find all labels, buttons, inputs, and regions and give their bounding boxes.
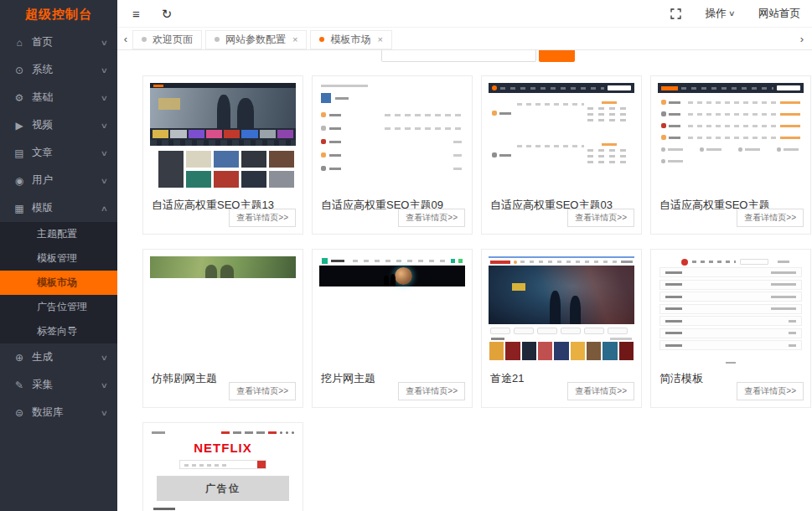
refresh-icon[interactable]: ↻: [162, 8, 173, 20]
view-details-button[interactable]: 查看详情页>>: [398, 209, 465, 227]
play-icon: ▶: [13, 120, 25, 132]
close-icon[interactable]: ×: [292, 35, 297, 44]
sidebar-item-template-manage[interactable]: 模板管理: [0, 246, 117, 271]
tab-scroll-right-icon[interactable]: ›: [795, 33, 809, 45]
document-icon: ▤: [13, 147, 25, 159]
card-title: 首途21: [490, 371, 524, 386]
thumb-list-row: [319, 135, 465, 148]
thumb-list-row: [319, 148, 465, 162]
search-button[interactable]: [539, 50, 575, 62]
card-thumbnail: [489, 83, 634, 190]
close-icon[interactable]: ×: [377, 35, 382, 44]
tab-label: 网站参数配置: [225, 33, 286, 47]
thumb-list-row: [659, 340, 802, 350]
template-card[interactable]: 仿韩剧网主题 查看详情页>>: [142, 249, 303, 408]
pencil-icon: ✎: [13, 379, 25, 391]
thumb-search-box: [179, 460, 266, 469]
sidebar-item-collect[interactable]: ✎ 采集 ∨: [0, 371, 117, 399]
thumb-subtitle: [153, 508, 175, 510]
sidebar-item-template-market[interactable]: 模板市场: [0, 271, 117, 295]
system-icon: ⊙: [13, 65, 25, 76]
sidebar-item-database[interactable]: ⊜ 数据库 ∨: [0, 399, 117, 426]
view-details-button[interactable]: 查看详情页>>: [229, 382, 296, 400]
netflix-logo: NETFLIX: [150, 441, 296, 455]
home-icon: ⌂: [13, 37, 25, 49]
thumb-list-row: [659, 280, 802, 290]
sidebar-item-user[interactable]: ◉ 用户 ∨: [0, 167, 117, 194]
view-details-button[interactable]: 查看详情页>>: [229, 209, 296, 227]
thumb-list-row: [659, 267, 802, 277]
card-title: 仿韩剧网主题: [152, 371, 217, 386]
view-details-button[interactable]: 查看详情页>>: [398, 382, 465, 400]
card-thumbnail: [319, 256, 465, 364]
fullscreen-icon[interactable]: [670, 8, 681, 19]
sidebar-item-video[interactable]: ▶ 视频 ∨: [0, 111, 117, 139]
chevron-down-icon: ∨: [101, 39, 108, 47]
thumb-navbar: [658, 83, 804, 93]
chevron-down-icon: ∨: [101, 94, 108, 102]
view-details-button[interactable]: 查看详情页>>: [737, 209, 804, 227]
sidebar-item-article[interactable]: ▤ 文章 ∨: [0, 139, 117, 167]
thumb-list-row: [659, 304, 802, 314]
thumb-list-row: [319, 121, 465, 135]
gear-icon: ⚙: [13, 92, 25, 104]
site-home-link[interactable]: 网站首页: [758, 7, 800, 21]
database-icon: ⊜: [13, 407, 25, 419]
search-input[interactable]: [381, 50, 536, 62]
thumb-list-row: [319, 162, 465, 175]
actions-dropdown[interactable]: 操作 ∨: [705, 7, 735, 21]
thumb-navbar: [489, 258, 634, 266]
sidebar-item-basic[interactable]: ⚙ 基础 ∨: [0, 84, 117, 111]
sidebar-item-template[interactable]: ▦ 模版 ∧: [0, 194, 117, 222]
sidebar-toggle-icon[interactable]: ≡: [132, 8, 140, 20]
template-card[interactable]: 自适应高权重SEO主题13 查看详情页>>: [142, 75, 303, 235]
tab-dot: [142, 37, 147, 42]
thumb-row: [658, 105, 804, 116]
chevron-down-icon: ∨: [101, 409, 108, 417]
sidebar-item-tag-wizard[interactable]: 标签向导: [0, 319, 117, 343]
thumb-pagination: [658, 353, 804, 364]
sidebar-item-label: 视频: [32, 118, 101, 132]
card-thumbnail: [489, 256, 634, 364]
sidebar-item-ad-slot-manage[interactable]: 广告位管理: [0, 295, 117, 319]
template-card[interactable]: NETFLIX 广告位: [142, 422, 303, 511]
chevron-down-icon: ∨: [101, 177, 108, 185]
tab-site-params[interactable]: 网站参数配置 ×: [205, 30, 307, 49]
template-market-content: 自适应高权重SEO主题13 查看详情页>> 自适应高权重SEO主题09 查看详情…: [117, 50, 812, 511]
view-details-button[interactable]: 查看详情页>>: [567, 209, 634, 227]
template-card[interactable]: 首途21 查看详情页>>: [481, 249, 642, 408]
chevron-down-icon: ∨: [101, 121, 108, 130]
sidebar-item-label: 系统: [32, 63, 101, 77]
view-details-button[interactable]: 查看详情页>>: [567, 382, 634, 400]
tab-template-market[interactable]: 模板市场 ×: [310, 30, 391, 49]
thumb-row: [658, 116, 804, 128]
view-details-button[interactable]: 查看详情页>>: [737, 382, 804, 400]
thumb-row: [658, 93, 804, 105]
tab-welcome[interactable]: 欢迎页面: [132, 30, 202, 49]
thumb-menu-strip: [150, 140, 296, 146]
thumb-photo-banner: [150, 256, 296, 278]
template-card[interactable]: 自适应高权重SEO主题 查看详情页>>: [650, 75, 811, 235]
tab-dot: [319, 37, 324, 42]
thumb-hero-banner: [319, 266, 465, 286]
sidebar-item-label: 生成: [32, 350, 101, 364]
sidebar-item-generate[interactable]: ⊕ 生成 ∨: [0, 343, 117, 371]
sidebar-item-label: 用户: [32, 173, 101, 188]
chevron-up-icon: ∧: [101, 204, 108, 213]
template-card[interactable]: 挖片网主题 查看详情页>>: [312, 249, 473, 408]
thumb-link-columns: [658, 152, 804, 163]
thumb-navbar: [319, 256, 465, 266]
template-card[interactable]: 自适应高权重SEO主题03 查看详情页>>: [481, 75, 642, 235]
template-card[interactable]: 简洁模板 查看详情页>>: [650, 249, 811, 408]
tab-scroll-left-icon[interactable]: ‹: [119, 33, 132, 45]
template-card[interactable]: 自适应高权重SEO主题09 查看详情页>>: [312, 75, 473, 235]
sidebar-item-system[interactable]: ⊙ 系统 ∨: [0, 56, 117, 84]
tab-dot: [215, 37, 220, 42]
sidebar-item-home[interactable]: ⌂ 首页 ∨: [0, 28, 117, 56]
sidebar-item-theme-config[interactable]: 主题配置: [0, 222, 117, 246]
card-title: 简洁模板: [659, 371, 703, 386]
sidebar-item-label: 首页: [32, 35, 101, 49]
template-icon: ▦: [13, 203, 25, 214]
user-icon: ◉: [13, 175, 25, 187]
tab-list: 欢迎页面 网站参数配置 × 模板市场 ×: [132, 28, 795, 49]
